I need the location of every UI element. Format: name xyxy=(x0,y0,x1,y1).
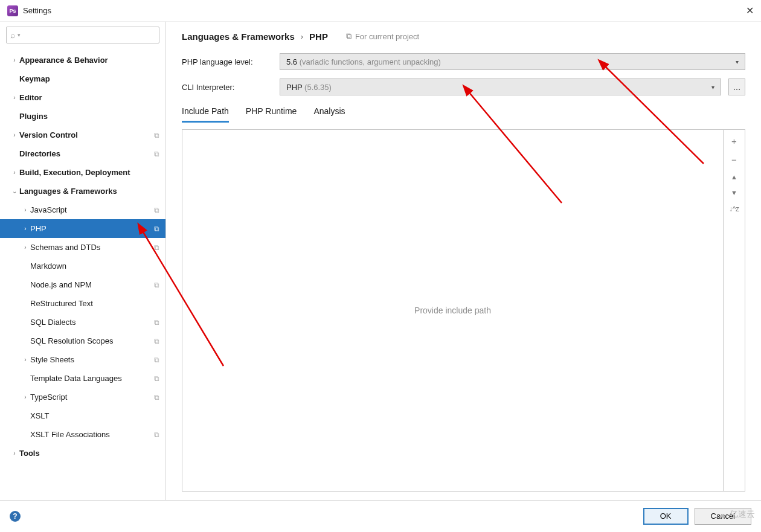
chevron-right-icon: › xyxy=(21,225,30,232)
sidebar-item-label: Editor xyxy=(19,93,42,102)
copy-icon: ⧉ xyxy=(346,31,352,41)
cli-interpreter-dropdown[interactable]: PHP (5.6.35) ▾ xyxy=(280,79,721,95)
sidebar-item-markdown[interactable]: Markdown xyxy=(0,257,165,275)
sidebar-item-editor[interactable]: ›Editor xyxy=(0,88,165,107)
chevron-right-icon: › xyxy=(10,169,19,176)
move-down-button[interactable]: ▼ xyxy=(731,189,737,196)
sidebar-item-label: Appearance & Behavior xyxy=(19,56,108,65)
sidebar-item-build-execution-deployment[interactable]: ›Build, Execution, Deployment xyxy=(0,163,165,182)
project-scope-icon: ⧉ xyxy=(154,150,159,158)
chevron-down-icon: ⌄ xyxy=(10,188,19,194)
tab-php-runtime[interactable]: PHP Runtime xyxy=(246,106,297,123)
project-scope-icon: ⧉ xyxy=(154,318,159,327)
remove-button[interactable]: − xyxy=(731,155,737,165)
sidebar-item-version-control[interactable]: ›Version Control⧉ xyxy=(0,126,165,144)
search-input[interactable]: ⌕ ▾ xyxy=(6,27,159,43)
ok-button[interactable]: OK xyxy=(643,508,689,525)
project-scope-icon: ⧉ xyxy=(154,206,159,214)
add-button[interactable]: + xyxy=(731,136,737,146)
project-scope-icon: ⧉ xyxy=(154,393,159,402)
cancel-button[interactable]: Cancel xyxy=(695,508,751,525)
project-scope-icon: ⧉ xyxy=(154,243,159,252)
sidebar-item-typescript[interactable]: ›TypeScript⧉ xyxy=(0,388,165,406)
sidebar-item-directories[interactable]: Directories⧉ xyxy=(0,144,165,163)
sidebar-item-php[interactable]: ›PHP⧉ xyxy=(0,219,165,238)
app-icon: Ps xyxy=(7,5,18,16)
sidebar-item-sql-dialects[interactable]: SQL Dialects⧉ xyxy=(0,313,165,332)
project-scope-icon: ⧉ xyxy=(154,374,159,383)
sidebar-item-javascript[interactable]: ›JavaScript⧉ xyxy=(0,200,165,219)
breadcrumb-a[interactable]: Languages & Frameworks xyxy=(182,31,295,42)
sidebar-item-label: XSLT xyxy=(30,411,50,420)
chevron-right-icon: › xyxy=(10,450,19,457)
sidebar-item-label: XSLT File Associations xyxy=(30,430,110,439)
chevron-down-icon: ▾ xyxy=(736,59,739,65)
close-icon[interactable]: ✕ xyxy=(746,5,754,16)
sidebar-item-label: SQL Resolution Scopes xyxy=(30,336,114,345)
sidebar-item-keymap[interactable]: Keymap xyxy=(0,69,165,88)
breadcrumb-b: PHP xyxy=(309,31,328,42)
php-tabs: Include PathPHP RuntimeAnalysis xyxy=(166,98,761,123)
include-path-toolbar: + − ▲ ▼ ↓ᴬz xyxy=(724,129,745,492)
sidebar-item-sql-resolution-scopes[interactable]: SQL Resolution Scopes⧉ xyxy=(0,332,165,350)
sidebar-item-label: JavaScript xyxy=(30,205,67,214)
sidebar-item-label: Languages & Frameworks xyxy=(19,187,117,196)
title-bar: Ps Settings ✕ xyxy=(0,0,761,22)
sidebar-item-schemas-and-dtds[interactable]: ›Schemas and DTDs⧉ xyxy=(0,238,165,257)
help-button[interactable]: ? xyxy=(10,511,21,522)
tab-include-path[interactable]: Include Path xyxy=(182,106,229,123)
sidebar-item-label: Style Sheets xyxy=(30,355,74,364)
project-scope-icon: ⧉ xyxy=(154,225,159,233)
include-path-placeholder: Provide include path xyxy=(414,306,491,315)
sidebar-item-xslt-file-associations[interactable]: XSLT File Associations⧉ xyxy=(0,425,165,444)
breadcrumb-separator-icon: › xyxy=(301,32,303,41)
sidebar-item-style-sheets[interactable]: ›Style Sheets⧉ xyxy=(0,350,165,369)
include-path-list[interactable]: Provide include path xyxy=(182,129,724,492)
sidebar-item-template-data-languages[interactable]: Template Data Languages⧉ xyxy=(0,369,165,388)
sidebar-item-label: Directories xyxy=(19,149,60,158)
sidebar-item-label: TypeScript xyxy=(30,393,67,402)
chevron-right-icon: › xyxy=(10,57,19,63)
sidebar-item-label: Keymap xyxy=(19,74,50,83)
project-scope-hint: ⧉ For current project xyxy=(346,31,419,41)
php-language-level-dropdown[interactable]: 5.6 (variadic functions, argument unpack… xyxy=(280,53,745,70)
dialog-footer: ? OK Cancel xyxy=(0,500,761,531)
chevron-right-icon: › xyxy=(21,244,30,251)
sidebar-item-plugins[interactable]: Plugins xyxy=(0,107,165,126)
sort-button[interactable]: ↓ᴬz xyxy=(729,205,739,213)
sidebar-item-label: PHP xyxy=(30,224,47,233)
window-title: Settings xyxy=(23,6,51,15)
search-icon: ⌕ xyxy=(10,30,15,40)
cli-interpreter-browse-button[interactable]: … xyxy=(728,79,745,95)
chevron-right-icon: › xyxy=(10,132,19,138)
tab-analysis[interactable]: Analysis xyxy=(313,106,345,123)
cli-interpreter-label: CLI Interpreter: xyxy=(182,83,272,92)
sidebar-item-label: Template Data Languages xyxy=(30,374,122,383)
sidebar-item-appearance-behavior[interactable]: ›Appearance & Behavior xyxy=(0,51,165,69)
project-scope-icon: ⧉ xyxy=(154,131,159,139)
sidebar-item-label: SQL Dialects xyxy=(30,318,75,327)
move-up-button[interactable]: ▲ xyxy=(731,173,737,181)
settings-sidebar: ⌕ ▾ ›Appearance & BehaviorKeymap›EditorP… xyxy=(0,22,166,500)
project-scope-icon: ⧉ xyxy=(154,281,159,289)
sidebar-item-restructured-text[interactable]: ReStructured Text xyxy=(0,294,165,313)
chevron-right-icon: › xyxy=(21,394,30,400)
breadcrumb: Languages & Frameworks › PHP ⧉ For curre… xyxy=(166,22,761,51)
settings-tree: ›Appearance & BehaviorKeymap›EditorPlugi… xyxy=(0,48,165,500)
project-scope-icon: ⧉ xyxy=(154,356,159,364)
sidebar-item-label: Build, Execution, Deployment xyxy=(19,168,130,177)
project-scope-icon: ⧉ xyxy=(154,337,159,345)
sidebar-item-tools[interactable]: ›Tools xyxy=(0,444,165,463)
settings-main: Languages & Frameworks › PHP ⧉ For curre… xyxy=(166,22,761,500)
project-scope-icon: ⧉ xyxy=(154,431,159,439)
sidebar-item-languages-frameworks[interactable]: ⌄Languages & Frameworks xyxy=(0,182,165,200)
chevron-right-icon: › xyxy=(21,207,30,213)
chevron-right-icon: › xyxy=(10,94,19,101)
sidebar-item-node-js-and-npm[interactable]: Node.js and NPM⧉ xyxy=(0,275,165,294)
sidebar-item-label: Tools xyxy=(19,449,40,458)
sidebar-item-label: Plugins xyxy=(19,112,48,121)
sidebar-item-label: ReStructured Text xyxy=(30,299,93,308)
php-language-level-label: PHP language level: xyxy=(182,57,272,66)
sidebar-item-xslt[interactable]: XSLT xyxy=(0,406,165,425)
chevron-down-icon: ▾ xyxy=(18,32,21,38)
